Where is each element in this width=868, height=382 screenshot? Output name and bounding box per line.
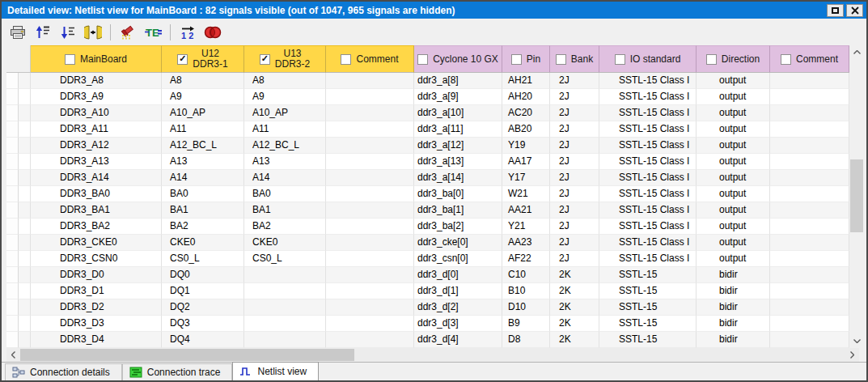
row-header[interactable]: [6, 267, 19, 283]
cell-cyclone-10-gx[interactable]: ddr3_a[9]: [414, 89, 502, 105]
cell-io-standard[interactable]: SSTL-15 Class I: [599, 138, 697, 154]
cell-mainboard[interactable]: DDR3_A8: [31, 73, 162, 89]
cell-comment-board[interactable]: [326, 219, 414, 235]
cell-cyclone-10-gx[interactable]: ddr3_a[11]: [414, 121, 502, 138]
cell-cyclone-10-gx[interactable]: ddr3_a[8]: [414, 73, 502, 89]
cell-pin[interactable]: Y21: [502, 219, 550, 235]
cell-comment-board[interactable]: [326, 235, 414, 251]
cell-mainboard[interactable]: DDR3_BA1: [31, 202, 162, 219]
cell-io-standard[interactable]: SSTL-15 Class I: [599, 251, 697, 267]
cell-bank[interactable]: 2J: [550, 170, 599, 186]
cell-io-standard[interactable]: SSTL-15 Class I: [599, 202, 697, 219]
column-header-direction[interactable]: Direction: [697, 45, 770, 73]
scroll-right-button[interactable]: [845, 348, 859, 362]
cell-direction[interactable]: output: [697, 251, 770, 267]
cell-comment-board[interactable]: [326, 186, 414, 202]
cell-u12[interactable]: A10_AP: [162, 105, 244, 121]
row-header[interactable]: [6, 73, 19, 89]
cell-u13[interactable]: A9: [244, 89, 326, 105]
row-header[interactable]: [6, 89, 19, 105]
cell-u13[interactable]: [244, 267, 326, 283]
cell-u12[interactable]: A13: [162, 154, 244, 170]
column-header-u13[interactable]: U13DDR3-2: [244, 45, 326, 73]
cell-bank[interactable]: 2J: [550, 154, 599, 170]
cell-comment-board[interactable]: [326, 89, 414, 105]
cell-comment-fpga[interactable]: [770, 332, 849, 348]
cell-u12[interactable]: DQ4: [162, 332, 244, 348]
table-row[interactable]: DDR3_D3DQ3ddr3_d[3]B92KSSTL-15bidir: [6, 316, 849, 332]
cell-direction[interactable]: output: [697, 121, 770, 138]
cell-direction[interactable]: bidir: [697, 299, 770, 316]
cell-comment-board[interactable]: [326, 332, 414, 348]
column-header-bank[interactable]: Bank: [550, 45, 599, 73]
cell-comment-board[interactable]: [326, 202, 414, 219]
cell-u12[interactable]: DQ3: [162, 316, 244, 332]
cell-io-standard[interactable]: SSTL-15 Class I: [599, 186, 697, 202]
cell-cyclone-10-gx[interactable]: ddr3_ba[2]: [414, 219, 502, 235]
column-checkbox-pin[interactable]: [511, 54, 522, 65]
row-header[interactable]: [6, 299, 19, 316]
cell-cyclone-10-gx[interactable]: ddr3_ba[0]: [414, 186, 502, 202]
cell-bank[interactable]: 2K: [550, 267, 599, 283]
cell-u13[interactable]: BA0: [244, 186, 326, 202]
table-row[interactable]: DDR3_D2DQ2ddr3_d[2]D102KSSTL-15bidir: [6, 299, 849, 316]
tab-connection-trace[interactable]: Connection trace: [122, 363, 233, 380]
cell-direction[interactable]: output: [697, 235, 770, 251]
cell-bank[interactable]: 2J: [550, 121, 599, 138]
column-checkbox-direction[interactable]: [706, 54, 717, 65]
row-header[interactable]: [6, 332, 19, 348]
cell-comment-fpga[interactable]: [770, 138, 849, 154]
cell-mainboard[interactable]: DDR3_CSN0: [31, 251, 162, 267]
cell-cyclone-10-gx[interactable]: ddr3_a[12]: [414, 138, 502, 154]
cell-direction[interactable]: output: [697, 186, 770, 202]
cell-pin[interactable]: D8: [502, 332, 550, 348]
cell-u13[interactable]: A14: [244, 170, 326, 186]
cell-pin[interactable]: AB20: [502, 121, 550, 138]
row-header[interactable]: [6, 202, 19, 219]
move-top-button[interactable]: [33, 23, 53, 42]
horizontal-scroll-thumb[interactable]: [20, 349, 354, 361]
row-header[interactable]: [6, 186, 19, 202]
scroll-left-button[interactable]: [6, 348, 20, 362]
tab-connection-details[interactable]: Connection details: [5, 363, 122, 380]
cell-comment-board[interactable]: [326, 251, 414, 267]
cell-direction[interactable]: bidir: [697, 332, 770, 348]
cell-mainboard[interactable]: DDR3_D2: [31, 299, 162, 316]
cell-comment-fpga[interactable]: [770, 316, 849, 332]
cell-comment-fpga[interactable]: [770, 105, 849, 121]
cell-mainboard[interactable]: DDR3_D3: [31, 316, 162, 332]
column-checkbox-mainboard[interactable]: [65, 54, 75, 65]
table-row[interactable]: DDR3_A8A8A8ddr3_a[8]AH212JSSTL-15 Class …: [6, 73, 849, 89]
table-row[interactable]: DDR3_A11A11A11ddr3_a[11]AB202JSSTL-15 Cl…: [6, 121, 849, 138]
cell-comment-fpga[interactable]: [770, 283, 849, 299]
row-header[interactable]: [6, 138, 19, 154]
column-header-comment-board[interactable]: Comment: [326, 45, 414, 73]
cell-direction[interactable]: output: [697, 154, 770, 170]
column-header-io-standard[interactable]: IO standard: [599, 45, 697, 73]
cell-bank[interactable]: 2J: [550, 202, 599, 219]
cell-pin[interactable]: B10: [502, 283, 550, 299]
cell-u12[interactable]: DQ2: [162, 299, 244, 316]
row-header[interactable]: [6, 121, 19, 138]
column-checkbox-comment-fpga[interactable]: [781, 54, 791, 65]
cell-bank[interactable]: 2J: [550, 235, 599, 251]
cell-comment-fpga[interactable]: [770, 299, 849, 316]
column-checkbox-bank[interactable]: [556, 54, 566, 65]
rings-button[interactable]: [203, 23, 222, 42]
cell-u13[interactable]: A10_AP: [244, 105, 326, 121]
scroll-down-button[interactable]: [849, 334, 864, 348]
cell-io-standard[interactable]: SSTL-15 Class I: [599, 170, 697, 186]
print-button[interactable]: [8, 23, 28, 42]
cell-u12[interactable]: A11: [162, 121, 244, 138]
cell-direction[interactable]: output: [697, 170, 770, 186]
cell-mainboard[interactable]: DDR3_A9: [31, 89, 162, 105]
column-checkbox-io-standard[interactable]: [615, 54, 625, 65]
vertical-scroll-thumb[interactable]: [850, 159, 863, 232]
cell-cyclone-10-gx[interactable]: ddr3_ba[1]: [414, 202, 502, 219]
cell-direction[interactable]: output: [697, 202, 770, 219]
table-row[interactable]: DDR3_BA0BA0BA0ddr3_ba[0]W212JSSTL-15 Cla…: [6, 186, 849, 202]
cell-mainboard[interactable]: DDR3_D4: [31, 332, 162, 348]
column-checkbox-comment-board[interactable]: [341, 54, 351, 65]
table-row[interactable]: DDR3_A9A9A9ddr3_a[9]AH202JSSTL-15 Class …: [6, 89, 849, 105]
cell-u13[interactable]: A8: [244, 73, 326, 89]
